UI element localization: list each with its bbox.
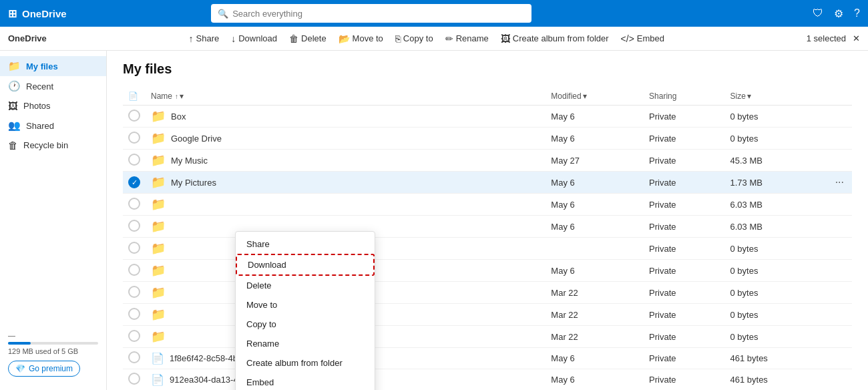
- col-sharing[interactable]: Sharing: [644, 87, 724, 106]
- context-menu-item[interactable]: Copy to: [236, 315, 375, 334]
- close-selection-icon[interactable]: ✕: [853, 33, 860, 43]
- sidebar-item-photos[interactable]: 🖼 Photos: [0, 96, 106, 116]
- download-icon: ↓: [231, 33, 236, 44]
- check-cell[interactable]: [123, 150, 146, 172]
- check-cell[interactable]: [123, 106, 146, 128]
- copy-icon: ⎘: [395, 33, 401, 44]
- row-checkbox[interactable]: [128, 351, 140, 363]
- row-checkbox[interactable]: [128, 242, 140, 254]
- sharing-cell: Private: [644, 348, 724, 369]
- premium-label: Go premium: [29, 364, 73, 373]
- row-checkbox[interactable]: [128, 154, 140, 166]
- help-icon[interactable]: ?: [854, 7, 860, 20]
- sidebar-item-myfiles[interactable]: 📁 My files: [0, 56, 106, 76]
- context-menu-item[interactable]: Share: [236, 234, 375, 254]
- col-name[interactable]: Name ↑ ▾: [146, 87, 546, 106]
- modified-cell: Mar 22: [546, 304, 644, 326]
- delete-label: Delete: [301, 33, 327, 43]
- shield-icon[interactable]: 🛡: [813, 7, 823, 20]
- check-cell[interactable]: ✓: [123, 172, 146, 194]
- sidebar-photos-label: Photos: [23, 101, 50, 111]
- row-checkbox[interactable]: [128, 110, 140, 122]
- table-header: 📄 Name ↑ ▾ Modified ▾: [123, 87, 852, 106]
- go-premium-button[interactable]: 💎 Go premium: [8, 361, 80, 377]
- check-cell[interactable]: [123, 304, 146, 326]
- table-row[interactable]: 📁 May 6 Private 6.03 MB: [123, 216, 852, 238]
- copy-to-button[interactable]: ⎘ Copy to: [390, 31, 439, 47]
- context-menu-item[interactable]: Move to: [236, 295, 375, 315]
- check-cell[interactable]: [123, 194, 146, 216]
- search-bar[interactable]: 🔍: [211, 4, 531, 23]
- check-cell[interactable]: [123, 348, 146, 369]
- sharing-cell: Private: [644, 282, 724, 304]
- row-checkbox[interactable]: [128, 308, 140, 320]
- row-checkbox[interactable]: [128, 373, 140, 385]
- row-checkbox[interactable]: [128, 264, 140, 276]
- row-checkbox[interactable]: ✓: [128, 176, 140, 188]
- check-cell[interactable]: [123, 369, 146, 391]
- sidebar-item-shared[interactable]: 👥 Shared: [0, 116, 106, 136]
- row-checkbox[interactable]: [128, 286, 140, 298]
- table-row[interactable]: 📁 Mar 22 Private 0 bytes: [123, 304, 852, 326]
- storage-label: 129 MB used of 5 GB: [8, 347, 98, 355]
- context-menu-item[interactable]: Download: [236, 254, 375, 276]
- create-album-button[interactable]: 🖼 Create album from folder: [495, 31, 614, 47]
- name-cell: 📁 Box: [146, 106, 546, 128]
- modified-dropdown[interactable]: ▾: [583, 91, 587, 101]
- table-row[interactable]: 📁 May 6 Private 0 bytes: [123, 260, 852, 282]
- file-name[interactable]: Box: [171, 112, 186, 122]
- table-row[interactable]: 📄 912ea304-da13-4388-b1cb-c841600fcf25 M…: [123, 369, 852, 391]
- check-cell[interactable]: [123, 282, 146, 304]
- search-input[interactable]: [232, 9, 525, 19]
- file-name[interactable]: My Pictures: [171, 178, 216, 188]
- context-menu-item[interactable]: Embed: [236, 373, 375, 390]
- file-name[interactable]: Google Drive: [171, 134, 222, 144]
- photos-icon: 🖼: [8, 100, 18, 112]
- embed-button[interactable]: </> Embed: [616, 31, 670, 47]
- table-row[interactable]: 📁 Mar 22 Private 0 bytes: [123, 282, 852, 304]
- sidebar-item-recent[interactable]: 🕐 Recent: [0, 76, 106, 96]
- header-checkbox[interactable]: 📄: [123, 87, 146, 106]
- table-row[interactable]: 📁 Private 0 bytes: [123, 238, 852, 260]
- settings-icon[interactable]: ⚙: [834, 7, 843, 20]
- check-cell[interactable]: [123, 216, 146, 238]
- size-cell: 0 bytes: [724, 238, 827, 260]
- row-checkbox[interactable]: [128, 132, 140, 144]
- context-menu-item[interactable]: Create album from folder: [236, 353, 375, 373]
- table-row[interactable]: 📁 Mar 22 Private 0 bytes: [123, 326, 852, 348]
- delete-button[interactable]: 🗑 Delete: [284, 31, 332, 47]
- recent-icon: 🕐: [8, 80, 21, 92]
- col-modified[interactable]: Modified ▾: [546, 87, 644, 106]
- context-menu-item[interactable]: Delete: [236, 276, 375, 295]
- share-button[interactable]: ↑ Share: [184, 31, 225, 47]
- table-row[interactable]: 📁 Google Drive May 6 Private 0 bytes: [123, 128, 852, 150]
- col-size[interactable]: Size ▾: [724, 87, 827, 106]
- table-row[interactable]: 📁 May 6 Private 6.03 MB: [123, 194, 852, 216]
- table-row[interactable]: 📁 My Music May 27 Private 45.3 MB: [123, 150, 852, 172]
- table-row[interactable]: 📄 1f8e6f42-8c58-4b27-a8fe-c687da8689c2 M…: [123, 348, 852, 369]
- check-cell[interactable]: [123, 238, 146, 260]
- rename-label: Rename: [456, 33, 489, 43]
- context-menu-item[interactable]: Rename: [236, 334, 375, 353]
- table-row[interactable]: 📁 Box May 6 Private 0 bytes: [123, 106, 852, 128]
- action-cell: [827, 150, 852, 172]
- row-ellipsis[interactable]: ···: [833, 175, 847, 189]
- check-cell[interactable]: [123, 128, 146, 150]
- check-cell[interactable]: [123, 326, 146, 348]
- table-row[interactable]: ✓ 📁 My Pictures May 6 Private 1.73 MB ··…: [123, 172, 852, 194]
- move-to-button[interactable]: 📂 Move to: [333, 31, 389, 47]
- sidebar-item-recycle[interactable]: 🗑 Recycle bin: [0, 136, 106, 155]
- name-sort-dropdown[interactable]: ▾: [180, 91, 184, 101]
- rename-button[interactable]: ✏ Rename: [440, 31, 494, 47]
- size-dropdown[interactable]: ▾: [747, 91, 751, 101]
- name-cell: 📁 Google Drive: [146, 128, 546, 150]
- row-checkbox[interactable]: [128, 198, 140, 210]
- row-checkbox[interactable]: [128, 220, 140, 232]
- size-cell: 0 bytes: [724, 304, 827, 326]
- download-button[interactable]: ↓ Download: [226, 31, 282, 47]
- row-checkbox[interactable]: [128, 330, 140, 342]
- file-name[interactable]: My Music: [171, 156, 208, 166]
- check-cell[interactable]: [123, 260, 146, 282]
- size-cell: 0 bytes: [724, 282, 827, 304]
- grid-icon: ⊞: [8, 7, 17, 20]
